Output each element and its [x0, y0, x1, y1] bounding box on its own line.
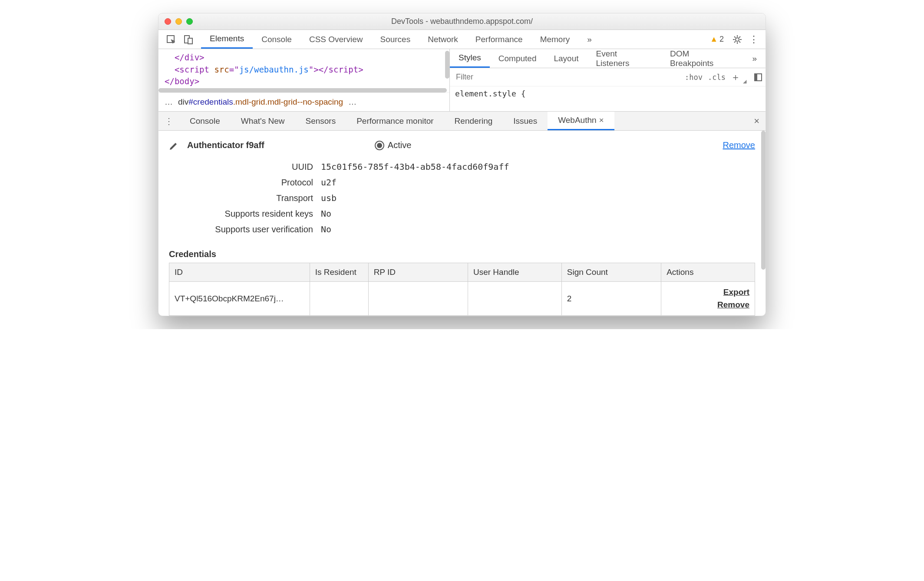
code-l3: </body> [165, 76, 199, 86]
cell-user-handle [468, 282, 561, 316]
credentials-table: ID Is Resident RP ID User Handle Sign Co… [169, 263, 755, 316]
device-toggle-icon[interactable] [184, 35, 193, 44]
credentials-title: Credentials [169, 249, 755, 259]
radio-button-icon [375, 141, 384, 150]
element-style-block[interactable]: element.style { [450, 86, 766, 101]
prop-label-user-verification: Supports user verification [169, 224, 321, 234]
new-style-rule-icon[interactable]: ＋ [731, 71, 740, 84]
vertical-scrollbar[interactable] [445, 51, 449, 79]
drawer-tab-webauthn[interactable]: WebAuthn × [548, 112, 614, 130]
tab-memory[interactable]: Memory [531, 30, 579, 49]
tab-performance[interactable]: Performance [467, 30, 531, 49]
cell-rp-id [368, 282, 468, 316]
th-rp-id: RP ID [368, 263, 468, 282]
close-tab-icon[interactable]: × [599, 116, 604, 125]
drawer-tab-issues[interactable]: Issues [503, 112, 548, 130]
prop-label-resident-keys: Supports resident keys [169, 209, 321, 219]
svg-line-8 [734, 36, 736, 38]
authenticator-header: Authenticator f9aff Active Remove [169, 140, 755, 150]
elements-split: </div> <script src="js/webauthn.js"></​s… [158, 49, 766, 112]
cell-sign-count: 2 [561, 282, 661, 316]
th-user-handle: User Handle [468, 263, 561, 282]
th-id: ID [169, 263, 310, 282]
styles-filter-input[interactable] [453, 69, 680, 85]
title-bar: DevTools - webauthndemo.appspot.com/ [158, 13, 766, 30]
prop-label-protocol: Protocol [169, 178, 321, 188]
remove-credential-link[interactable]: Remove [667, 299, 749, 311]
cls-toggle[interactable]: .cls [708, 73, 726, 82]
prop-label-transport: Transport [169, 193, 321, 203]
svg-rect-2 [188, 38, 192, 44]
th-sign-count: Sign Count [561, 263, 661, 282]
breadcrumb[interactable]: … div#credentials.mdl-grid.mdl-grid--no-… [158, 92, 449, 111]
drawer-tab-rendering[interactable]: Rendering [444, 112, 503, 130]
webauthn-panel: Authenticator f9aff Active Remove UUID15… [158, 131, 766, 316]
warnings-count: 2 [719, 35, 724, 44]
th-actions: Actions [661, 263, 755, 282]
svg-rect-13 [755, 74, 757, 81]
cell-is-resident [310, 282, 368, 316]
prop-value-transport: usb [321, 193, 337, 203]
styles-tab-styles[interactable]: Styles [450, 49, 490, 68]
svg-line-10 [734, 41, 736, 43]
styles-tab-layout[interactable]: Layout [545, 49, 587, 68]
tab-network[interactable]: Network [419, 30, 467, 49]
tab-sources[interactable]: Sources [371, 30, 419, 49]
toggle-sidebar-icon[interactable] [754, 73, 762, 81]
tabs-overflow-icon[interactable]: » [578, 30, 601, 49]
main-toolbar: Elements Console CSS Overview Sources Ne… [158, 30, 766, 49]
window-title: DevTools - webauthndemo.appspot.com/ [158, 17, 766, 26]
drawer-tab-whats-new[interactable]: What's New [231, 112, 295, 130]
tab-elements[interactable]: Elements [201, 30, 253, 49]
prop-label-uuid: UUID [169, 162, 321, 172]
styles-pane: Styles Computed Layout Event Listeners D… [450, 49, 766, 111]
authenticator-title: Authenticator f9aff [187, 140, 264, 150]
cell-id: VT+Ql516ObcpKRM2En67j… [169, 282, 310, 316]
svg-line-11 [739, 36, 740, 38]
table-row: VT+Ql516ObcpKRM2En67j… 2 Export Remove [169, 282, 755, 316]
drawer-tab-console[interactable]: Console [179, 112, 231, 130]
table-header-row: ID Is Resident RP ID User Handle Sign Co… [169, 263, 755, 282]
tab-console[interactable]: Console [253, 30, 300, 49]
authenticator-properties: UUID15c01f56-785f-43b4-ab58-4facd60f9aff… [169, 159, 755, 237]
tab-css-overview[interactable]: CSS Overview [300, 30, 372, 49]
svg-line-9 [739, 41, 740, 43]
export-credential-link[interactable]: Export [667, 286, 749, 299]
prop-value-user-verification: No [321, 224, 331, 234]
th-is-resident: Is Resident [310, 263, 368, 282]
code-l1: </div> [175, 53, 205, 62]
remove-authenticator-link[interactable]: Remove [723, 140, 755, 150]
cell-actions: Export Remove [661, 282, 755, 316]
warning-icon: ▲ [710, 35, 718, 44]
styles-tab-event-listeners[interactable]: Event Listeners [587, 49, 662, 68]
drawer-tab-performance-monitor[interactable]: Performance monitor [346, 112, 444, 130]
drawer-tabs: ⋮ Console What's New Sensors Performance… [158, 112, 766, 131]
pencil-icon[interactable] [169, 141, 178, 150]
warnings-badge[interactable]: ▲ 2 [708, 35, 726, 44]
drawer-tab-sensors[interactable]: Sensors [295, 112, 346, 130]
panel-scrollbar[interactable] [761, 131, 766, 270]
prop-value-uuid: 15c01f56-785f-43b4-ab58-4facd60f9aff [321, 162, 509, 172]
svg-point-3 [736, 38, 739, 41]
styles-tab-computed[interactable]: Computed [490, 49, 545, 68]
gear-icon[interactable] [733, 35, 742, 44]
drawer-kebab-icon[interactable]: ⋮ [158, 116, 179, 126]
styles-tabs-overflow-icon[interactable]: » [743, 49, 766, 68]
devtools-window: DevTools - webauthndemo.appspot.com/ Ele… [158, 13, 766, 316]
active-label: Active [388, 140, 411, 150]
dom-source[interactable]: </div> <script src="js/webauthn.js"></​s… [158, 49, 449, 92]
drawer-close-icon[interactable]: × [754, 116, 759, 127]
hov-toggle[interactable]: :hov [685, 73, 703, 82]
styles-tab-dom-breakpoints[interactable]: DOM Breakpoints [661, 49, 743, 68]
horizontal-scrollbar[interactable] [158, 88, 447, 92]
prop-value-protocol: u2f [321, 177, 337, 188]
prop-value-resident-keys: No [321, 208, 331, 219]
kebab-menu-icon[interactable]: ⋮ [749, 34, 759, 45]
inspect-element-icon[interactable] [166, 35, 176, 44]
active-radio[interactable]: Active [375, 140, 411, 150]
